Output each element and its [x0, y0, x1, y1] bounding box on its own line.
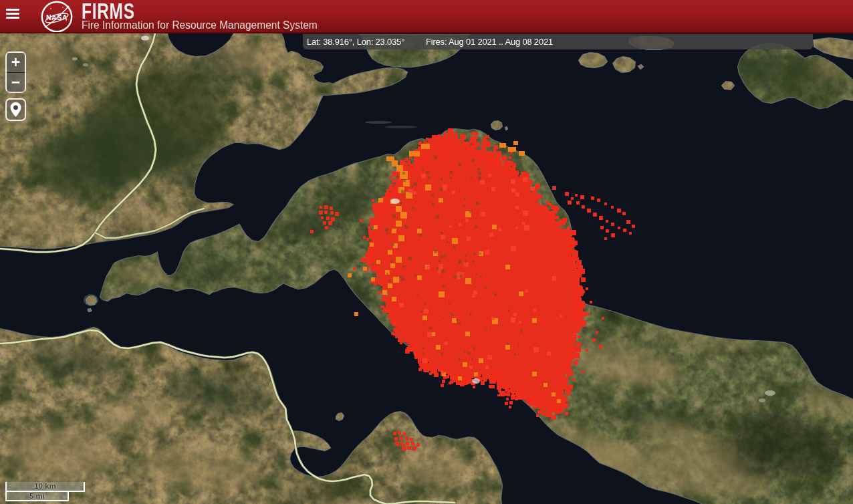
svg-text:NASA: NASA — [46, 13, 68, 21]
